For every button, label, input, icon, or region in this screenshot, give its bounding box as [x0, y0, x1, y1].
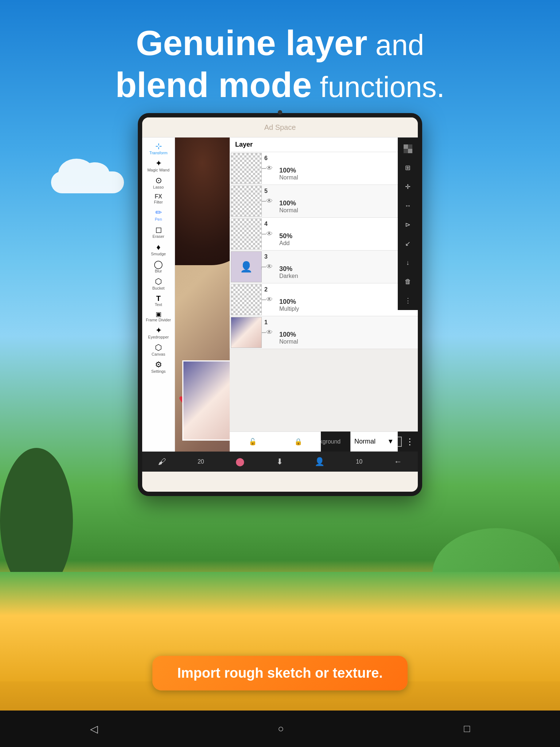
layer-blend-4: Add [279, 240, 414, 247]
bottom-color-circle[interactable]: ⬤ [236, 457, 245, 467]
tool-magic-wand[interactable]: ✦ Magic Wand [144, 158, 173, 174]
tool-settings[interactable]: ⚙ Settings [144, 359, 173, 375]
layer-opacity-5: 100% [279, 200, 414, 207]
nav-back-button[interactable]: ◁ [90, 723, 98, 735]
eye-icon-3: 👁 [266, 263, 273, 271]
layer-info-5: 5 100% Normal [276, 187, 418, 216]
rt-move[interactable]: ✛ [399, 178, 417, 196]
layer-row-1[interactable]: ⌐ 👁 1 100% Normal [230, 316, 418, 349]
nav-home-button[interactable]: ○ [278, 723, 284, 735]
blend-alpha-icon[interactable]: 🔒 [294, 438, 302, 446]
header-normal-1: and [368, 29, 424, 61]
right-tool-panel: ⊞ ✛ ↔ ⊳ ↙ ↓ 🗑 ⋮ [398, 138, 418, 310]
pen-icon: ✏ [155, 209, 162, 217]
layer-info-4: 4 50% Add [276, 220, 418, 248]
layer-row-3[interactable]: ⌐ 👤 👁 3 30% Darken [230, 251, 418, 283]
layer-row-6[interactable]: ⌐ 👁 6 100% Normal [230, 152, 418, 185]
layer-row-2[interactable]: ⌐ 👁 2 100% Multiply [230, 283, 418, 316]
header-line1: Genuine layer and [0, 22, 560, 64]
nav-recent-button[interactable]: □ [464, 723, 470, 735]
move-icon: ✛ [405, 183, 411, 191]
diagonal-icon: ↙ [405, 240, 411, 248]
tool-eraser[interactable]: ◻ Eraser [144, 224, 173, 240]
rt-flip[interactable]: ⊳ [399, 216, 417, 233]
bottom-20-badge: 20 [198, 458, 204, 465]
layer-info-1: 1 100% Normal [276, 318, 418, 347]
header-line2: blend mode functions. [0, 64, 560, 106]
bottom-figure-icon[interactable]: 👤 [315, 457, 324, 467]
magic-wand-icon: ✦ [155, 159, 162, 167]
layer-number-5: 5 [264, 188, 268, 194]
tool-frame-divider[interactable]: ▣ Frame Divider [144, 309, 173, 324]
tool-smudge[interactable]: ♦ Smudge [144, 241, 173, 258]
layer-thumbnail-2 [231, 284, 262, 315]
layer-thumbnail-3: 👤 [231, 251, 262, 282]
tool-pen[interactable]: ✏ Pen [144, 207, 173, 223]
tool-filter[interactable]: FX Filter [144, 192, 173, 206]
eye-icon-5: 👁 [266, 197, 273, 205]
layer-thumbnail-5 [231, 186, 262, 217]
layer-row-4[interactable]: ⌐ 👁 4 50% Add [230, 218, 418, 251]
layer-panel: Layer ⌐ 👁 6 100% Normal [230, 138, 418, 452]
cloud [51, 171, 124, 193]
layer-number-2: 2 [264, 286, 268, 293]
layer-opacity-3: 30% [279, 265, 414, 273]
text-icon: T [156, 295, 160, 302]
panel-more-button[interactable]: ⋮ [405, 437, 414, 447]
bottom-back-icon[interactable]: ← [394, 457, 402, 467]
dropdown-arrow: ▼ [387, 438, 394, 445]
eraser-icon: ◻ [155, 226, 162, 234]
more-icon: ⋮ [405, 297, 411, 305]
layer-number-3: 3 [264, 253, 268, 260]
ad-space-label: Ad Space [264, 123, 296, 132]
bottom-brush-icon[interactable]: 🖌 [158, 457, 166, 467]
tool-blur[interactable]: ◯ Blur [144, 259, 173, 275]
blur-label: Blur [155, 269, 162, 273]
svg-rect-0 [404, 144, 408, 149]
down-icon: ↓ [406, 259, 409, 267]
eraser-label: Eraser [152, 234, 164, 239]
smudge-label: Smudge [151, 252, 166, 256]
magic-wand-label: Magic Wand [147, 168, 170, 172]
eye-icon-1: 👁 [266, 329, 273, 336]
rt-delete[interactable]: 🗑 [399, 273, 417, 290]
tool-lasso[interactable]: ⊙ Lasso [144, 175, 173, 191]
delete-icon: 🗑 [405, 278, 411, 286]
svg-rect-3 [404, 149, 408, 153]
transform-icon: ⊹ [155, 142, 162, 150]
eyedropper-label: Eyedropper [148, 335, 169, 339]
blend-mode-value: Normal [354, 438, 376, 445]
layer-list: ⌐ 👁 6 100% Normal ⌐ 👁 [230, 152, 418, 349]
layer-info-6: 6 100% Normal [276, 154, 418, 183]
layer-thumbnail-1 [231, 317, 262, 348]
rt-down[interactable]: ↓ [399, 254, 417, 271]
blend-mode-dropdown[interactable]: Normal ▼ [350, 431, 398, 452]
tool-canvas[interactable]: ⬡ Canvas [144, 342, 173, 358]
layer-thumbnail-4 [231, 218, 262, 249]
blend-lock-icon[interactable]: 🔓 [249, 438, 257, 446]
layer-blend-3: Darken [279, 273, 414, 279]
tool-text[interactable]: T Text [144, 293, 173, 309]
rt-grid[interactable]: ⊞ [399, 159, 417, 177]
layer-thumbnail-6 [231, 153, 262, 184]
orange-banner-text: Import rough sketch or texture. [177, 665, 383, 681]
layer-opacity-6: 100% [279, 167, 414, 174]
layer-blend-2: Multiply [279, 306, 414, 312]
eye-icon-6: 👁 [266, 165, 273, 172]
rt-diagonal[interactable]: ↙ [399, 235, 417, 252]
rt-checkerboard[interactable] [399, 140, 417, 158]
layer-blend-5: Normal [279, 207, 414, 214]
rt-more[interactable]: ⋮ [399, 292, 417, 309]
bottom-down-icon[interactable]: ⬇ [276, 457, 283, 467]
layer-blend-1: Normal [279, 338, 414, 345]
bucket-icon: ⬡ [155, 278, 162, 286]
layer-info-2: 2 100% Multiply [276, 285, 418, 314]
layer-row-5[interactable]: ⌐ 👁 5 100% Normal [230, 185, 418, 218]
layer-number-6: 6 [264, 155, 268, 162]
text-label: Text [155, 302, 162, 307]
tool-bucket[interactable]: ⬡ Bucket [144, 276, 173, 292]
tool-transform[interactable]: ⊹ Transform [144, 140, 173, 157]
tool-eyedropper[interactable]: ✦ Eyedropper [144, 325, 173, 341]
rt-swap[interactable]: ↔ [399, 197, 417, 214]
settings-label: Settings [151, 369, 166, 374]
